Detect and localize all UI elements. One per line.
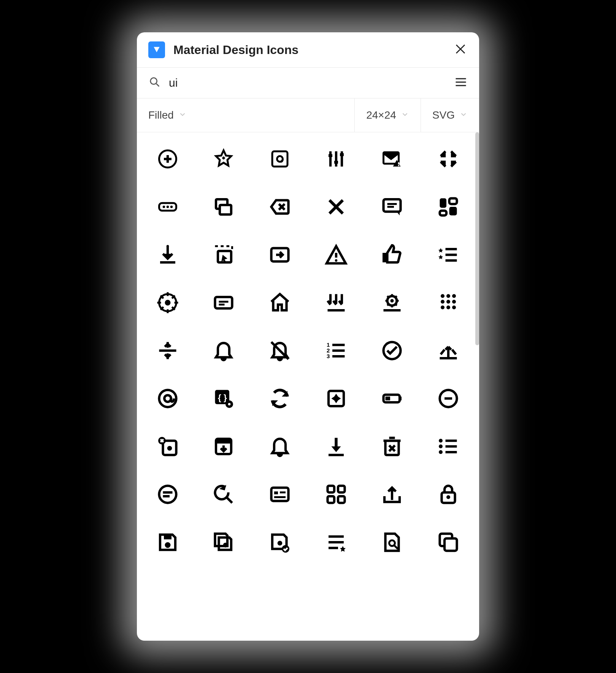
upload-split-icon[interactable] bbox=[433, 335, 464, 366]
backspace-outline-icon[interactable] bbox=[265, 192, 295, 222]
notifications-outline-icon[interactable] bbox=[208, 335, 239, 366]
svg-point-32 bbox=[446, 294, 450, 298]
svg-point-21 bbox=[167, 245, 169, 248]
svg-rect-66 bbox=[274, 492, 278, 495]
more-horiz-box-icon[interactable] bbox=[152, 192, 183, 222]
svg-point-75 bbox=[223, 543, 228, 548]
mail-error-icon[interactable] bbox=[377, 144, 407, 174]
svg-rect-52 bbox=[386, 397, 391, 400]
format-list-star-icon[interactable] bbox=[433, 240, 464, 270]
turned-in-at-icon[interactable] bbox=[265, 144, 295, 174]
warning-outline-icon[interactable] bbox=[321, 240, 351, 270]
svg-rect-18 bbox=[449, 198, 457, 204]
comment-icon[interactable] bbox=[377, 192, 407, 222]
code-settings-icon[interactable]: { } bbox=[208, 383, 239, 414]
save-icon[interactable] bbox=[152, 527, 183, 557]
chevron-down-icon bbox=[178, 109, 187, 121]
svg-rect-15 bbox=[220, 205, 231, 214]
download-arrow-icon[interactable] bbox=[321, 431, 351, 462]
svg-point-0 bbox=[151, 78, 157, 84]
save-check-icon[interactable] bbox=[265, 527, 295, 557]
close-icon[interactable] bbox=[321, 192, 351, 222]
icon-grid: 123 { } bbox=[148, 144, 468, 557]
svg-point-78 bbox=[389, 540, 395, 546]
svg-point-76 bbox=[278, 541, 283, 546]
format-filter-label: SVG bbox=[432, 109, 455, 121]
svg-rect-53 bbox=[400, 397, 402, 400]
menu-icon[interactable] bbox=[454, 75, 468, 90]
thumb-up-icon[interactable] bbox=[377, 240, 407, 270]
size-filter[interactable]: 24×24 bbox=[355, 98, 421, 132]
lock-icon[interactable] bbox=[433, 479, 464, 510]
svg-point-34 bbox=[441, 300, 445, 304]
remove-circle-outline-icon[interactable] bbox=[433, 383, 464, 414]
format-filter[interactable]: SVG bbox=[421, 98, 479, 132]
list-icon[interactable] bbox=[433, 431, 464, 462]
settings-alt-icon[interactable] bbox=[152, 287, 183, 318]
svg-text:{ }: { } bbox=[218, 393, 227, 402]
card-details-icon[interactable] bbox=[265, 479, 295, 510]
svg-rect-73 bbox=[164, 535, 171, 540]
panel-header: Material Design Icons bbox=[137, 32, 479, 68]
download-icon[interactable] bbox=[152, 240, 183, 270]
close-button[interactable] bbox=[453, 42, 468, 58]
phonelink-erase-icon[interactable] bbox=[152, 431, 183, 462]
notifications-icon[interactable] bbox=[265, 431, 295, 462]
svg-point-11 bbox=[163, 206, 165, 208]
svg-point-12 bbox=[167, 206, 169, 208]
svg-point-62 bbox=[439, 444, 443, 448]
find-in-page-icon[interactable] bbox=[377, 527, 407, 557]
svg-point-35 bbox=[446, 300, 450, 304]
tune-icon[interactable] bbox=[321, 144, 351, 174]
search-input[interactable] bbox=[169, 76, 454, 89]
copy-overlap-icon[interactable] bbox=[208, 192, 239, 222]
at-sign-icon[interactable] bbox=[152, 383, 183, 414]
label-box-icon[interactable] bbox=[208, 287, 239, 318]
upload-icon[interactable] bbox=[377, 479, 407, 510]
input-box-icon[interactable] bbox=[265, 240, 295, 270]
search-redo-icon[interactable] bbox=[208, 479, 239, 510]
svg-rect-6 bbox=[340, 153, 344, 156]
fullscreen-exit-icon[interactable] bbox=[433, 144, 464, 174]
equalizer-circle-icon[interactable] bbox=[152, 479, 183, 510]
svg-rect-16 bbox=[384, 199, 401, 212]
style-filter[interactable]: Filled bbox=[137, 98, 355, 132]
settings-tray-icon[interactable] bbox=[377, 287, 407, 318]
refresh-icon[interactable] bbox=[265, 383, 295, 414]
battery-low-icon[interactable] bbox=[377, 383, 407, 414]
dashboard-icon[interactable] bbox=[433, 192, 464, 222]
delete-box-icon[interactable] bbox=[377, 431, 407, 462]
apps-icon[interactable] bbox=[321, 479, 351, 510]
copy-icon[interactable] bbox=[433, 527, 464, 557]
add-circle-outline-icon[interactable] bbox=[152, 144, 183, 174]
dialpad-icon[interactable] bbox=[433, 287, 464, 318]
list-star-icon[interactable] bbox=[321, 527, 351, 557]
download-multi-icon[interactable] bbox=[321, 287, 351, 318]
svg-point-74 bbox=[165, 542, 170, 548]
notifications-off-icon[interactable] bbox=[265, 335, 295, 366]
svg-rect-25 bbox=[383, 253, 386, 262]
search-icon bbox=[148, 76, 161, 90]
svg-point-57 bbox=[167, 446, 172, 451]
svg-point-63 bbox=[439, 450, 443, 454]
svg-rect-17 bbox=[440, 198, 447, 208]
star-outline-icon[interactable] bbox=[208, 144, 239, 174]
svg-rect-65 bbox=[271, 488, 289, 501]
svg-point-72 bbox=[446, 495, 450, 499]
check-circle-outline-icon[interactable] bbox=[377, 335, 407, 366]
scrollbar-thumb[interactable] bbox=[475, 132, 479, 345]
app-logo-icon bbox=[148, 41, 165, 58]
svg-rect-68 bbox=[338, 486, 345, 493]
brightness-box-icon[interactable] bbox=[321, 383, 351, 414]
archive-down-icon[interactable] bbox=[208, 431, 239, 462]
home-icon[interactable] bbox=[265, 287, 295, 318]
svg-point-38 bbox=[446, 306, 450, 310]
svg-rect-67 bbox=[327, 486, 334, 493]
split-horizontal-icon[interactable] bbox=[152, 335, 183, 366]
select-icon-icon[interactable] bbox=[208, 240, 239, 270]
format-list-numbered-icon[interactable]: 123 bbox=[321, 335, 351, 366]
svg-point-30 bbox=[391, 299, 394, 303]
svg-rect-9 bbox=[398, 165, 400, 166]
svg-rect-19 bbox=[440, 211, 447, 216]
save-copy-icon[interactable] bbox=[208, 527, 239, 557]
